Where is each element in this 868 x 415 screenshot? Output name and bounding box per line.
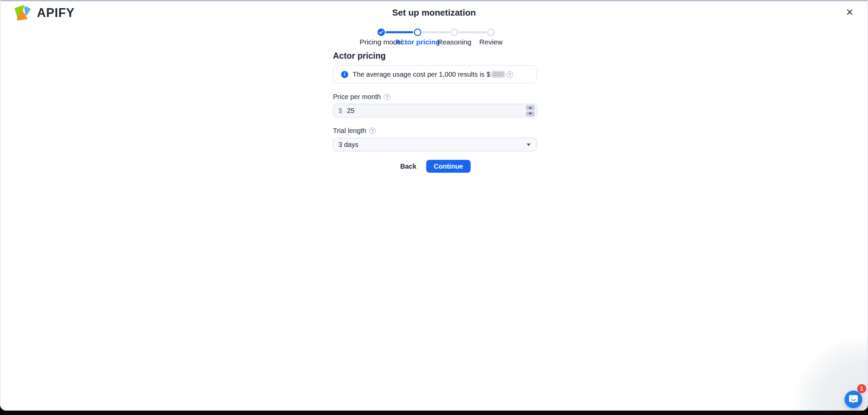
apify-logo-icon	[13, 5, 33, 21]
continue-button[interactable]: Continue	[426, 160, 471, 173]
screen: APIFY Set up monetization ✕ Pricing mode…	[0, 0, 868, 415]
redacted-value	[492, 71, 505, 77]
step-label: Actor pricing	[396, 38, 440, 46]
back-button[interactable]: Back	[399, 161, 417, 172]
price-per-month-label: Price per month	[333, 93, 381, 101]
info-icon: i	[341, 71, 348, 78]
chat-unread-badge: 1	[857, 384, 866, 393]
chat-launcher-button[interactable]	[845, 391, 862, 408]
help-icon[interactable]: ?	[507, 71, 513, 78]
wizard-actions: Back Continue	[333, 160, 537, 173]
section-heading: Actor pricing	[333, 51, 537, 61]
price-per-month-label-row: Price per month ?	[333, 93, 537, 101]
step-done-circle	[377, 29, 385, 36]
window-top-edge	[1, 0, 867, 1]
price-input[interactable]	[347, 107, 526, 115]
help-icon[interactable]: ?	[369, 128, 376, 134]
apify-logo: APIFY	[13, 5, 75, 21]
arrow-up-icon	[529, 107, 532, 109]
monetization-modal: APIFY Set up monetization ✕ Pricing mode…	[0, 0, 868, 411]
decrement-button[interactable]	[526, 111, 535, 116]
step-active-circle	[414, 29, 421, 36]
price-per-month-field: $	[333, 104, 537, 117]
increment-button[interactable]	[526, 105, 535, 110]
close-icon[interactable]: ✕	[843, 5, 856, 19]
average-cost-banner: i The average usage cost per 1,000 resul…	[333, 65, 537, 83]
apify-wordmark: APIFY	[37, 6, 75, 20]
step-label: Review	[479, 38, 503, 46]
currency-prefix: $	[338, 107, 342, 115]
actor-pricing-section: Actor pricing i The average usage cost p…	[333, 51, 537, 173]
trial-length-value: 3 days	[338, 141, 358, 149]
step-upcoming-circle	[451, 29, 458, 36]
trial-length-label: Trial length	[333, 127, 366, 135]
number-stepper	[526, 105, 535, 116]
stepper-step-review[interactable]: Review	[479, 29, 503, 46]
step-upcoming-circle	[487, 29, 495, 36]
stepper-step-actor-pricing[interactable]: Actor pricing	[396, 29, 440, 46]
step-label: Reasoning	[437, 38, 471, 46]
trial-length-select[interactable]: 3 days	[333, 138, 537, 151]
arrow-down-icon	[529, 113, 532, 115]
stepper-step-reasoning[interactable]: Reasoning	[437, 29, 471, 46]
page-title: Set up monetization	[392, 7, 476, 18]
trial-length-label-row: Trial length ?	[333, 127, 537, 135]
banner-text: The average usage cost per 1,000 results…	[353, 71, 490, 78]
check-icon	[379, 31, 383, 34]
chevron-down-icon	[527, 144, 531, 146]
help-icon[interactable]: ?	[384, 94, 390, 100]
chat-bubble-icon	[849, 395, 858, 404]
